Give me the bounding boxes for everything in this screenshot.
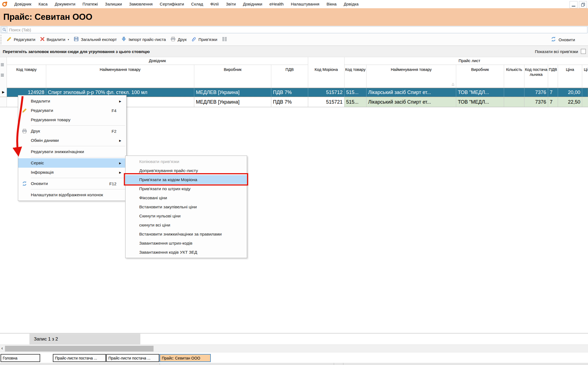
- toolbar-button-1[interactable]: Редагувати: [6, 36, 35, 43]
- submenu-item-11[interactable]: Завантаження кодів УКТ ЗЕД: [125, 248, 247, 257]
- context-menu-item-2[interactable]: РедагуватиF4: [18, 106, 126, 115]
- submenu-item-10[interactable]: Завантаження штрих-кодів: [125, 239, 247, 248]
- column-header-7[interactable]: Найменування товару△: [367, 65, 456, 88]
- context-menu-item-4[interactable]: ДрукF2: [18, 126, 126, 136]
- column-header-11[interactable]: ПДВ: [548, 65, 558, 88]
- menu-item-5[interactable]: Залишки: [102, 0, 126, 8]
- group-by-hint: Перетягніть заголовок колонки сюди для у…: [3, 49, 150, 54]
- column-header-9[interactable]: Кількість: [504, 65, 524, 88]
- submenu-item-7[interactable]: Скинути нульові ціни: [125, 211, 247, 220]
- document-tab-3[interactable]: Прайс-листи постача ...: [106, 354, 159, 362]
- context-menu-item-10[interactable]: Налаштувати відображення колонок: [18, 190, 126, 200]
- menu-item-15[interactable]: Довідка: [340, 0, 362, 8]
- column-header-6[interactable]: Код товару: [344, 65, 367, 88]
- grid-menu-icon[interactable]: [1, 74, 4, 77]
- context-menu-item-1[interactable]: Видалити▶: [18, 96, 126, 106]
- grid-cell[interactable]: ПДВ 7%: [271, 88, 308, 97]
- context-menu-item-label: Налаштувати відображення колонок: [31, 192, 119, 197]
- context-menu-item-9[interactable]: ОновитиF12: [18, 179, 126, 188]
- menu-item-4[interactable]: Платежі: [79, 0, 102, 8]
- menu-item-9[interactable]: Філії: [207, 0, 222, 8]
- document-tab-2[interactable]: Прайс-листи постача ...: [53, 354, 106, 362]
- menu-item-11[interactable]: Довідники: [239, 0, 266, 8]
- grid-cell[interactable]: 22,50: [558, 97, 582, 107]
- dropdown-arrow-icon: ▾: [68, 38, 69, 41]
- row-marker: ▶: [0, 88, 7, 97]
- submenu-item-1: Копіювати прив'язки: [125, 157, 247, 166]
- show-all-links-checkbox[interactable]: [581, 49, 586, 54]
- grid-cell[interactable]: ТОВ "МЕДЛ...: [456, 97, 504, 107]
- grid-menu-icon[interactable]: [1, 63, 4, 67]
- submenu-item-4[interactable]: Прив'язати по штрих-коду: [125, 184, 247, 193]
- grid-cell[interactable]: 7: [548, 88, 558, 97]
- column-header-2[interactable]: Найменування товару: [46, 65, 194, 88]
- menu-item-2[interactable]: Каса: [35, 0, 51, 8]
- submenu-item-6[interactable]: Встановити закупівельні ціни: [125, 202, 247, 211]
- document-tab-4[interactable]: Прайс: Севитан ООО: [160, 354, 211, 362]
- grid-cell[interactable]: МЕДЛЕВ [Украина]: [194, 97, 271, 107]
- grid-group-header-3[interactable]: Прайс лист: [344, 57, 588, 65]
- grid-cell[interactable]: Лікарський засіб Спирт ет...: [367, 88, 456, 97]
- submenu-item-3[interactable]: Прив'язати за кодом Моріона: [125, 175, 247, 184]
- scrollbar-thumb[interactable]: [5, 346, 154, 352]
- submenu-item-8[interactable]: скинути всі ціни: [125, 220, 247, 229]
- context-menu-item-3[interactable]: Редагування товару: [18, 115, 126, 125]
- grid-cell[interactable]: 7: [548, 97, 558, 107]
- menu-item-6[interactable]: Замовлення: [125, 0, 156, 8]
- context-menu-item-5[interactable]: Обмін даними▶: [18, 136, 126, 145]
- submenu-item-9[interactable]: Встановити знижки/націнки за правилами: [125, 229, 247, 239]
- column-header-3[interactable]: Виробник: [194, 65, 271, 88]
- grid-cell[interactable]: МЕДЛЕВ [Украина]: [194, 88, 271, 97]
- menu-item-14[interactable]: Вікна: [323, 0, 340, 8]
- menu-item-12[interactable]: eHealth: [266, 0, 287, 8]
- column-header-12[interactable]: Ціна: [558, 65, 582, 88]
- menu-item-8[interactable]: Склад: [188, 0, 207, 8]
- restore-button[interactable]: [579, 1, 587, 8]
- toolbar-button-6[interactable]: Прив'язки: [191, 36, 217, 43]
- grid-cell[interactable]: 515...: [344, 88, 367, 97]
- horizontal-scrollbar[interactable]: ‹: [0, 344, 588, 353]
- menu-item-3[interactable]: Документи: [51, 0, 79, 8]
- toolbar-button-3[interactable]: Загальний експорт: [73, 36, 117, 43]
- document-tab-1[interactable]: Головна: [1, 354, 40, 362]
- column-header-13[interactable]: Ці зн: [582, 65, 588, 88]
- menu-item-10[interactable]: Звіти: [222, 0, 239, 8]
- minimize-button[interactable]: [570, 1, 578, 8]
- grid-cell[interactable]: [582, 88, 588, 97]
- grid-group-header-1[interactable]: Довідник: [7, 57, 308, 65]
- grid-cell[interactable]: [504, 88, 524, 97]
- grid-cell[interactable]: [582, 97, 588, 107]
- submenu-item-5[interactable]: Фіксовані ціни: [125, 193, 247, 202]
- context-menu-item-8[interactable]: Інформація▶: [18, 168, 126, 177]
- context-menu-item-label: Інформація: [31, 170, 119, 175]
- grid-cell[interactable]: [504, 97, 524, 107]
- context-menu-item-7[interactable]: Сервіс▶: [18, 158, 126, 168]
- toolbar-button-5[interactable]: Друк: [170, 36, 187, 43]
- menu-item-1[interactable]: Довідник: [11, 0, 35, 8]
- grid-cell[interactable]: 515...: [344, 97, 367, 107]
- column-header-5[interactable]: Код Моріона: [308, 65, 344, 88]
- refresh-button[interactable]: Оновити: [551, 34, 575, 46]
- column-header-1[interactable]: Код товару: [7, 65, 46, 88]
- submenu-item-2[interactable]: Доприв'язування прайс-листу: [125, 166, 247, 175]
- toolbar-button-4[interactable]: Імпорт прайс-листа: [121, 36, 166, 43]
- grid-cell[interactable]: ПДВ 7%: [271, 97, 308, 107]
- search-input[interactable]: [7, 27, 587, 32]
- grid-cell[interactable]: 20,00: [558, 88, 582, 97]
- toolbar-button-2[interactable]: Видалити▾: [40, 37, 69, 42]
- toolbar-button-7[interactable]: [222, 37, 227, 42]
- grid-cell[interactable]: Лікарський засіб Спирт ет...: [367, 97, 456, 107]
- column-header-4[interactable]: ПДВ: [271, 65, 308, 88]
- menu-item-13[interactable]: Налаштування: [287, 0, 323, 8]
- column-header-8[interactable]: Виробник: [456, 65, 504, 88]
- context-menu-item-6[interactable]: Редагувати знижки/націнки: [18, 147, 126, 156]
- grid-cell[interactable]: 7376: [524, 88, 548, 97]
- grid-cell[interactable]: 515721: [308, 97, 344, 107]
- grid-cell[interactable]: ТОВ "МЕДЛ...: [456, 88, 504, 97]
- context-menu-item-label: Оновити: [31, 181, 109, 186]
- grid-cell[interactable]: 515712: [308, 88, 344, 97]
- scroll-left-icon[interactable]: ‹: [1, 346, 3, 351]
- menu-item-7[interactable]: Сертифікати: [156, 0, 188, 8]
- column-header-10[interactable]: Код постачальника: [524, 65, 548, 88]
- grid-cell[interactable]: 7376: [524, 97, 548, 107]
